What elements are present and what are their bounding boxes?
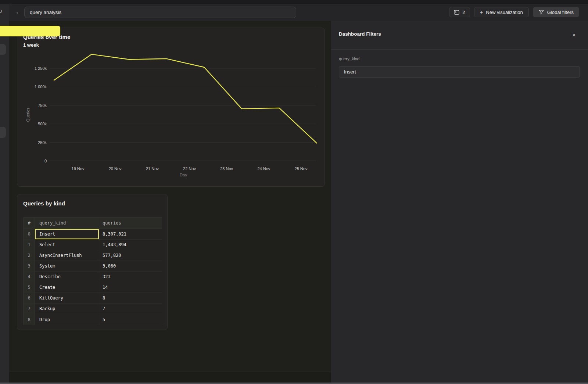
close-panel-button[interactable]: ✕ (571, 32, 577, 38)
query-kind-cell[interactable]: System (35, 261, 99, 271)
queries-by-kind-card[interactable]: Queries by kind # query_kind queries 0In… (17, 194, 168, 330)
sidebar-chip-active[interactable] (0, 26, 61, 36)
queries-count-cell[interactable]: 577,820 (99, 250, 162, 261)
y-axis-tick-label: 500k (38, 122, 47, 126)
table-row: 5Create14 (24, 282, 162, 293)
queries-count-cell[interactable]: 8 (99, 293, 162, 303)
x-axis-tick-label: 22 Nov (183, 166, 196, 171)
table-title: Queries by kind (23, 200, 65, 207)
panel-divider (331, 49, 588, 50)
queries-count-cell[interactable]: 7 (99, 304, 162, 314)
canvas-bottom-area (9, 371, 331, 384)
table-row: 0Insert8,307,021 (24, 229, 162, 240)
topbar: ← 2 + New visualization Global filters (9, 4, 588, 21)
global-filters-button[interactable]: Global filters (533, 7, 579, 17)
header-queries[interactable]: queries (99, 218, 162, 229)
topbar-actions: 2 + New visualization Global filters (449, 7, 579, 17)
sidebar-chip[interactable] (0, 44, 6, 55)
header-query-kind[interactable]: query_kind (35, 218, 99, 229)
y-axis-tick-label: 1 000k (35, 85, 47, 89)
close-icon: ✕ (572, 33, 576, 37)
queries-over-time-card[interactable]: 0250k500k750k1 000k1 250k19 Nov20 Nov21 … (17, 28, 325, 187)
row-index-cell: 7 (24, 304, 35, 314)
query-kind-filter-input[interactable] (339, 66, 580, 78)
x-axis-tick-label: 23 Nov (220, 166, 233, 171)
bottom-scrollbar[interactable] (0, 383, 588, 384)
console-window-icon (454, 10, 459, 15)
queries-table-body: 0Insert8,307,0211Select1,443,8942AsyncIn… (24, 229, 162, 325)
query-kind-cell-selected[interactable]: Insert (35, 229, 99, 239)
sidebar-strip: ↻ (0, 4, 9, 384)
funnel-icon (538, 10, 544, 15)
query-kind-cell[interactable]: Drop (35, 314, 99, 325)
x-axis-tick-label: 21 Nov (146, 166, 159, 171)
refresh-icon[interactable]: ↻ (0, 8, 3, 15)
row-index-cell: 8 (24, 314, 35, 325)
query-kind-cell[interactable]: Create (35, 282, 99, 293)
header-index: # (24, 218, 35, 229)
console-count-badge: 2 (462, 10, 465, 15)
x-axis-tick-label: 25 Nov (295, 166, 308, 171)
queries-count-cell[interactable]: 1,443,894 (99, 240, 162, 250)
row-index-cell: 3 (24, 261, 35, 271)
queries-table: # query_kind queries 0Insert8,307,0211Se… (23, 217, 162, 325)
table-row: 7Backup7 (24, 304, 162, 314)
queries-count-cell[interactable]: 5 (99, 314, 162, 325)
queries-count-cell[interactable]: 8,307,021 (99, 229, 162, 239)
queries-count-cell[interactable]: 14 (99, 282, 162, 293)
table-row: 8Drop5 (24, 314, 162, 325)
window-top-edge (0, 0, 588, 4)
y-axis-tick-label: 250k (38, 140, 47, 145)
filter-field-label: query_kind (339, 57, 359, 61)
queries-line-series (54, 54, 317, 143)
table-row: 3System3,060 (24, 261, 162, 272)
x-axis-tick-label: 24 Nov (257, 166, 270, 171)
table-row: 4Describe323 (24, 272, 162, 282)
row-index-cell: 4 (24, 272, 35, 282)
dashboard-canvas: 0250k500k750k1 000k1 250k19 Nov20 Nov21 … (9, 21, 331, 384)
y-axis-tick-label: 750k (38, 103, 47, 108)
query-kind-cell[interactable]: AsyncInsertFlush (35, 250, 99, 261)
sql-console-button[interactable]: 2 (449, 7, 470, 17)
x-axis-tick-label: 19 Nov (72, 166, 85, 171)
dashboard-filters-panel: Dashboard Filters ✕ query_kind (331, 21, 588, 384)
sidebar-chip[interactable] (0, 127, 6, 138)
queries-count-cell[interactable]: 3,060 (99, 261, 162, 271)
row-index-cell: 5 (24, 282, 35, 293)
table-row: 2AsyncInsertFlush577,820 (24, 250, 162, 261)
chart-subtitle: 1 week (23, 42, 39, 48)
queries-count-cell[interactable]: 323 (99, 272, 162, 282)
row-index-cell: 0 (24, 229, 35, 239)
row-index-cell: 6 (24, 293, 35, 303)
dashboard-title-input[interactable] (24, 7, 296, 18)
row-index-cell: 1 (24, 240, 35, 250)
table-row: 1Select1,443,894 (24, 240, 162, 250)
y-axis-tick-label: 1 250k (35, 66, 47, 71)
row-index-cell: 2 (24, 250, 35, 261)
x-axis-title: Day (180, 173, 187, 177)
query-kind-cell[interactable]: Describe (35, 272, 99, 282)
back-arrow-icon: ← (15, 8, 22, 16)
query-kind-cell[interactable]: Select (35, 240, 99, 250)
query-kind-cell[interactable]: KillQuery (35, 293, 99, 303)
queries-chart: 0250k500k750k1 000k1 250k19 Nov20 Nov21 … (17, 28, 325, 186)
new-visualization-label: New visualization (486, 10, 523, 15)
query-kind-cell[interactable]: Backup (35, 304, 99, 314)
filters-panel-title: Dashboard Filters (339, 31, 381, 37)
table-row: 6KillQuery8 (24, 293, 162, 304)
new-visualization-button[interactable]: + New visualization (474, 7, 529, 17)
y-axis-tick-label: 0 (44, 159, 47, 163)
plus-icon: + (480, 9, 483, 15)
back-button[interactable]: ← (14, 8, 23, 17)
x-axis-tick-label: 20 Nov (109, 166, 122, 171)
y-axis-title: Queries (26, 107, 30, 122)
table-header-row: # query_kind queries (24, 218, 162, 229)
global-filters-label: Global filters (547, 10, 574, 15)
